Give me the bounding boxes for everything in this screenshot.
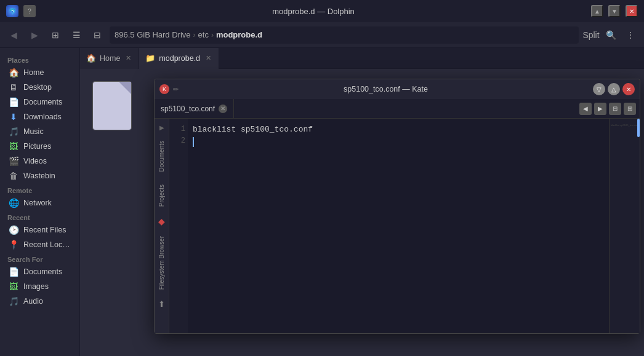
music-icon: 🎵 [9,127,18,136]
sidebar-item-pictures[interactable]: 🖼 Pictures [1,139,78,154]
sidebar-item-wastebin[interactable]: 🗑 Wastebin [1,168,78,183]
toolbar-right: Split 🔍 ⋮ [582,26,639,44]
kate-maximize-button[interactable]: △ [608,83,620,95]
back-button[interactable]: ◀ [5,26,22,44]
sidebar-item-videos[interactable]: 🎬 Videos [1,154,78,168]
sidebar-videos-label: Videos [23,157,47,165]
toolbar: ◀ ▶ ⊞ ☰ ⊟ 896.5 GiB Hard Drive › etc › m… [0,22,644,48]
title-bar: 🐬 ? modprobe.d — Dolphin ▲ ▼ ✕ [0,0,644,22]
title-bar-controls: ▲ ▼ ✕ [591,5,638,17]
breadcrumb-folder[interactable]: etc [198,30,209,39]
kate-panel-tab-documents[interactable]: Documents [157,137,166,176]
kate-tab-close[interactable]: ✕ [219,105,227,113]
search-audio-icon: 🎵 [9,296,18,306]
kate-side-panel: ▶ Documents Projects ◆ Filesystem Browse… [155,119,169,333]
sidebar-pictures-label: Pictures [23,142,51,151]
kate-title-bar: K ✏ sp5100_tco.conf — Kate ▽ △ ✕ [155,79,640,99]
editor-text-area[interactable]: blacklist sp5100_tco.conf [188,119,609,333]
sidebar-desktop-label: Desktop [23,83,52,92]
split-button[interactable]: Split [582,26,600,44]
sidebar-item-recent-locations[interactable]: 📍 Recent Locati... [1,237,78,252]
sidebar-search-audio-label: Audio [23,297,43,306]
sidebar-item-recent-files[interactable]: 🕑 Recent Files [1,223,78,237]
kate-panel-tab-projects[interactable]: Projects [157,181,166,210]
sidebar-home-label: Home [23,68,44,77]
compact-view-button[interactable]: ⊟ [89,26,106,44]
title-bar-left: 🐬 ? [6,5,36,17]
forward-button[interactable]: ▶ [26,26,43,44]
videos-icon: 🎬 [9,156,18,166]
sidebar-documents-label: Documents [23,98,62,106]
breadcrumb-drive[interactable]: 896.5 GiB Hard Drive [115,30,191,39]
sidebar-recent-locations-label: Recent Locati... [23,240,71,249]
home-icon: 🏠 [9,68,18,77]
kate-expand-button[interactable]: ⊞ [624,103,636,115]
tab-home-label: Home [100,54,120,63]
sidebar-item-documents[interactable]: 📄 Documents [1,95,78,109]
minimize-button[interactable]: ▲ [591,5,603,17]
tab-home[interactable]: 🏠 Home ✕ [80,48,139,69]
kate-minimize-button[interactable]: ▽ [593,83,605,95]
kate-prev-tab-button[interactable]: ◀ [579,103,592,115]
kate-git-icon[interactable]: ◆ [156,215,168,227]
sidebar-music-label: Music [23,127,44,136]
search-images-icon: 🖼 [9,282,18,291]
sidebar-item-music[interactable]: 🎵 Music [1,124,78,139]
sidebar: Places 🏠 Home 🖥 Desktop 📄 Documents ⬇ Do… [0,48,80,356]
file-area: 🏠 Home ✕ 📁 modprobe.d ✕ K ✏ [80,48,644,356]
downloads-icon: ⬇ [9,112,18,122]
minimap-scroll-indicator [637,119,640,137]
breadcrumb-current[interactable]: modprobe.d [216,30,262,39]
sidebar-item-search-images[interactable]: 🖼 Images [1,279,78,294]
kate-title: sp5100_tco.conf — Kate [179,85,593,93]
sidebar-item-network[interactable]: 🌐 Network [1,196,78,210]
wastebin-icon: 🗑 [9,171,18,181]
window-title: modprobe.d — Dolphin [36,7,591,16]
line-number-2: 2 [172,135,185,147]
sidebar-search-documents-label: Documents [23,267,62,276]
kate-upload-icon[interactable]: ⬆ [156,298,168,311]
breadcrumb-sep-1: › [193,31,196,39]
kate-tab-file-label: sp5100_tco.conf [161,105,215,113]
grid-view-button[interactable]: ⊞ [47,26,64,44]
editor-line-2 [193,136,604,149]
tab-home-close[interactable]: ✕ [124,54,132,63]
sidebar-item-downloads[interactable]: ⬇ Downloads [1,109,78,124]
kate-split-button[interactable]: ⊟ [609,103,621,115]
kate-tab-file[interactable]: sp5100_tco.conf ✕ [155,99,234,119]
kate-tab-actions: ◀ ▶ ⊟ ⊞ [579,103,640,115]
kate-window: K ✏ sp5100_tco.conf — Kate ▽ △ ✕ sp5100_… [154,79,640,334]
kate-close-button[interactable]: ✕ [622,83,635,95]
tab-modprobe[interactable]: 📁 modprobe.d ✕ [139,48,219,69]
more-button[interactable]: ⋮ [622,26,639,44]
kate-minimap[interactable]: blacklist sp5100_tco.conf [609,119,640,333]
kate-next-tab-button[interactable]: ▶ [594,103,606,115]
kate-editor-main: 1 2 blacklist sp5100_tco.conf [169,119,609,333]
pictures-icon: 🖼 [9,141,18,151]
sidebar-section-recent: Recent [0,210,79,223]
line-number-1: 1 [172,124,185,135]
editor-line-1: blacklist sp5100_tco.conf [193,124,604,136]
sidebar-item-search-documents[interactable]: 📄 Documents [1,264,78,279]
tab-modprobe-close[interactable]: ✕ [204,54,212,63]
close-button[interactable]: ✕ [626,5,638,17]
breadcrumb-sep-2: › [211,31,214,39]
kate-app-icon: K [159,84,169,94]
sidebar-item-search-audio[interactable]: 🎵 Audio [1,294,78,309]
sidebar-section-remote: Remote [0,183,79,196]
maximize-button[interactable]: ▼ [608,5,621,17]
kate-panel-collapse-icon[interactable]: ▶ [156,121,168,133]
file-icon-large [92,81,132,130]
search-button[interactable]: 🔍 [602,26,619,44]
desktop-icon: 🖥 [9,82,18,92]
sidebar-item-home[interactable]: 🏠 Home [1,65,78,80]
kate-title-left: K ✏ [159,84,179,94]
kate-editor-content[interactable]: 1 2 blacklist sp5100_tco.conf [169,119,609,333]
help-button[interactable]: ? [23,5,36,17]
tab-modprobe-label: modprobe.d [159,54,200,63]
sidebar-section-search: Search For [0,252,79,264]
kate-panel-tab-filesystem[interactable]: Filesystem Browser [157,232,166,293]
sidebar-item-desktop[interactable]: 🖥 Desktop [1,80,78,95]
line-numbers: 1 2 [169,119,188,333]
list-view-button[interactable]: ☰ [68,26,85,44]
